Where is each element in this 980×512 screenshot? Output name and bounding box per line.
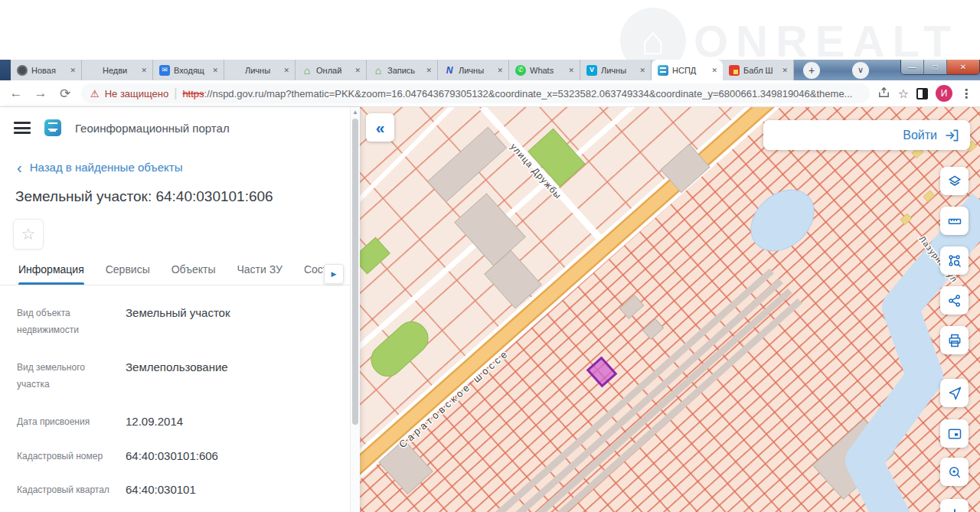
search-location-icon bbox=[947, 465, 962, 480]
tab-close-icon[interactable]: ✕ bbox=[425, 67, 433, 74]
browser-tab-nedvizhimost[interactable]: Недви ✕ bbox=[82, 60, 153, 80]
nalog-icon: N bbox=[444, 65, 455, 76]
overview-map-icon bbox=[947, 426, 962, 442]
window-edge bbox=[0, 60, 11, 80]
tabs-scroll-right-button[interactable]: ▶ bbox=[324, 264, 344, 284]
tab-informatsiya[interactable]: Информация bbox=[18, 263, 84, 285]
globe-icon bbox=[17, 65, 28, 76]
tab-close-icon[interactable]: ✕ bbox=[140, 67, 148, 74]
browser-tab-newtab[interactable]: Новая ✕ bbox=[11, 60, 82, 80]
scrollbar-thumb[interactable] bbox=[352, 119, 358, 425]
bookmark-star-icon[interactable]: ☆ bbox=[898, 86, 909, 101]
login-icon bbox=[944, 128, 959, 143]
share-icon[interactable] bbox=[877, 86, 890, 102]
menu-dots-icon[interactable]: ⋮ bbox=[960, 86, 972, 101]
panel-scrollbar[interactable]: ▲ bbox=[350, 107, 360, 512]
back-to-results-link[interactable]: ‹ Назад в найденные объекты bbox=[17, 161, 182, 174]
share-icon bbox=[947, 293, 962, 308]
layers-icon bbox=[947, 174, 962, 189]
whatsapp-icon: ✆ bbox=[515, 65, 526, 76]
url-text: https://nspd.gov.ru/map?thematic=PKK&zoo… bbox=[182, 88, 852, 99]
browser-tab-online[interactable]: ⌂ Онлай ✕ bbox=[296, 60, 367, 80]
tab-close-icon[interactable]: ✕ bbox=[639, 67, 646, 74]
cadastral-map-canvas[interactable]: улица Дружбы Саратовское шоссе Лазурная … bbox=[360, 107, 980, 512]
tab-close-icon[interactable]: ✕ bbox=[710, 67, 718, 74]
restore-button[interactable]: □ bbox=[924, 60, 947, 74]
login-bar[interactable]: Войти bbox=[763, 120, 970, 150]
layers-button[interactable] bbox=[940, 167, 969, 195]
tab-close-icon[interactable]: ✕ bbox=[496, 67, 504, 74]
back-link-label: Назад в найденные объекты bbox=[30, 161, 183, 174]
tab-close-icon[interactable]: ✕ bbox=[211, 67, 219, 74]
browser-tab-whatsapp[interactable]: ✆ Whats ✕ bbox=[509, 60, 580, 80]
tab-close-icon[interactable]: ✕ bbox=[283, 67, 290, 74]
browser-tab-game[interactable]: Бабл Ш ✕ bbox=[723, 60, 794, 80]
browser-tab-vtb[interactable]: V Личны ✕ bbox=[580, 60, 652, 80]
tab-close-icon[interactable]: ✕ bbox=[354, 67, 361, 74]
forward-icon[interactable]: → bbox=[32, 86, 49, 101]
panel-tabs: Информация Сервисы Объекты Части ЗУ Сост… bbox=[0, 260, 360, 285]
object-search-button[interactable] bbox=[940, 458, 969, 486]
field-row: Кадастровый номер 64:40:030101:606 bbox=[17, 446, 332, 466]
security-warning-text: Не защищено bbox=[105, 88, 169, 99]
close-button[interactable]: ✕ bbox=[947, 60, 979, 74]
onrealt-watermark: ⌂ ONREALT bbox=[620, 8, 959, 60]
avito-icon bbox=[230, 65, 241, 76]
hamburger-menu-icon[interactable] bbox=[14, 122, 31, 134]
tab-chasti-zu[interactable]: Части ЗУ bbox=[237, 263, 282, 285]
tab-close-icon[interactable]: ✕ bbox=[567, 67, 575, 74]
zoom-in-button[interactable] bbox=[940, 499, 969, 512]
tab-close-icon[interactable]: ✕ bbox=[69, 67, 77, 74]
navigation-arrow-icon bbox=[947, 386, 962, 401]
area-search-button[interactable] bbox=[940, 246, 969, 275]
vtb-icon: V bbox=[586, 65, 597, 76]
game-icon bbox=[729, 65, 740, 76]
omnibox-divider: | bbox=[174, 86, 177, 100]
geoportal-logo-icon bbox=[44, 119, 61, 136]
browser-tab-nspd-active[interactable]: НСПД ✕ bbox=[652, 60, 723, 80]
panel-collapse-button[interactable]: « bbox=[366, 113, 394, 142]
scrollbar-up-arrow[interactable]: ▲ bbox=[351, 109, 360, 116]
url-omnibox[interactable]: ⚠ Не защищено | https://nspd.gov.ru/map?… bbox=[81, 83, 870, 103]
parcel-attributes: Вид объекта недвижимости Земельный участ… bbox=[17, 303, 332, 512]
new-tab-button[interactable]: + bbox=[803, 62, 820, 79]
locate-me-button[interactable] bbox=[940, 379, 969, 407]
panel-header: Геоинформационный портал bbox=[14, 119, 230, 136]
field-row: Кадастровый квартал 64:40:030101 bbox=[17, 480, 332, 500]
tab-close-icon[interactable]: ✕ bbox=[781, 67, 789, 74]
measure-button[interactable] bbox=[940, 207, 969, 235]
back-icon[interactable]: ← bbox=[8, 86, 24, 101]
minimize-button[interactable]: — bbox=[901, 60, 924, 74]
reload-icon[interactable]: ⟳ bbox=[57, 86, 74, 102]
share-map-button[interactable] bbox=[940, 286, 969, 315]
house-icon: ⌂ bbox=[373, 65, 384, 76]
onrealt-house-icon: ⌂ bbox=[620, 8, 686, 60]
browser-tabs: Новая ✕ Недви ✕ ✉ Входящ ✕ Личны ✕ ⌂ Онл… bbox=[11, 60, 794, 80]
browser-tab-lichny-avito[interactable]: Личны ✕ bbox=[224, 60, 296, 80]
mini-map-button[interactable] bbox=[940, 419, 969, 448]
browser-tab-nalog[interactable]: N Личны ✕ bbox=[438, 60, 509, 80]
app-title: Геоинформационный портал bbox=[75, 122, 230, 135]
browser-tab-mail[interactable]: ✉ Входящ ✕ bbox=[153, 60, 224, 80]
tab-search-button[interactable]: ∨ bbox=[852, 62, 869, 79]
plus-icon bbox=[947, 506, 962, 512]
window-controls: — □ ✕ bbox=[900, 60, 980, 75]
side-panel-icon[interactable] bbox=[916, 88, 928, 99]
print-button[interactable] bbox=[940, 326, 969, 354]
printer-icon bbox=[947, 333, 962, 348]
tab-servisy[interactable]: Сервисы bbox=[106, 263, 150, 285]
field-row: Вид земельного участка Землепользование bbox=[17, 357, 332, 397]
house-icon: ⌂ bbox=[302, 65, 312, 76]
login-label[interactable]: Войти bbox=[903, 129, 937, 142]
profile-avatar[interactable]: И bbox=[936, 85, 952, 102]
onrealt-brand-text: ONREALT bbox=[694, 15, 959, 60]
mail-icon: ✉ bbox=[159, 65, 170, 76]
parcel-title: Земельный участок: 64:40:030101:606 bbox=[15, 188, 273, 205]
favorite-star-button[interactable]: ☆ bbox=[13, 219, 44, 249]
browser-tab-zapis[interactable]: ⌂ Запись ✕ bbox=[367, 60, 438, 80]
ruler-icon bbox=[947, 214, 962, 229]
geometry-search-icon bbox=[947, 253, 962, 269]
tab-obekty[interactable]: Объекты bbox=[172, 263, 216, 285]
map-viewport[interactable]: улица Дружбы Саратовское шоссе Лазурная … bbox=[360, 107, 980, 512]
url-protocol: https bbox=[182, 88, 204, 99]
